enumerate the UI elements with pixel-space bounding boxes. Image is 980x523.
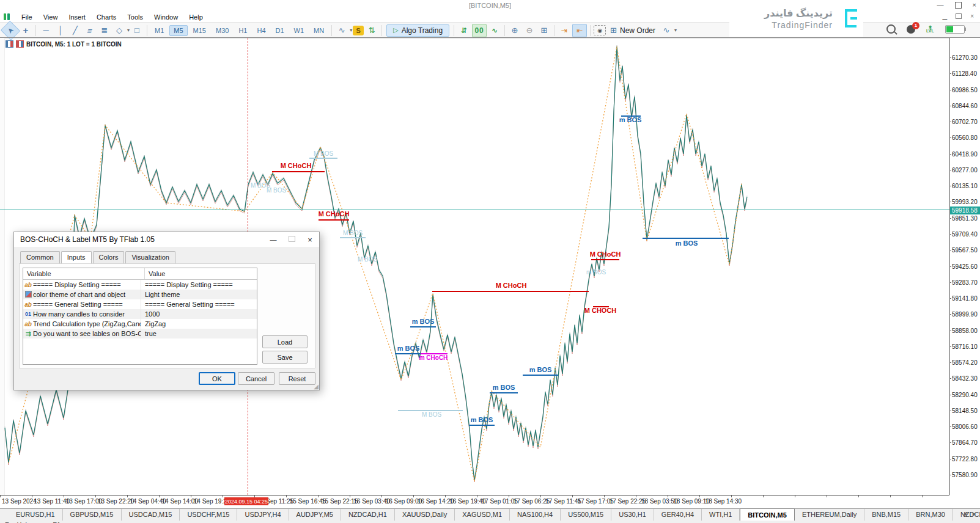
reset-button[interactable]: Reset (279, 372, 315, 385)
depth-arrows-icon[interactable]: ⇅ (365, 24, 378, 37)
chart-tab-eurusd-h1[interactable]: EURUSD,H1 (9, 509, 63, 521)
timeframe-w1[interactable]: W1 (290, 25, 309, 36)
shapes-icon[interactable]: ◇ (112, 24, 126, 37)
dialog-close-icon[interactable]: × (301, 235, 319, 244)
chart-tab-usdcad-m15[interactable]: USDCAD,M15 (122, 509, 180, 521)
line-chart-icon[interactable]: ∿ (488, 24, 501, 37)
dropdown-caret-icon[interactable]: ▾ (674, 27, 677, 33)
param-value[interactable]: Light theme (141, 291, 257, 298)
timeframe-h1[interactable]: H1 (234, 25, 251, 36)
chart-tab-us500-m15[interactable]: US500,M15 (561, 509, 611, 521)
wave-icon[interactable]: ∿ (660, 24, 673, 37)
screenshot-icon[interactable]: ◉ (594, 25, 606, 35)
chart-tab-audjpy-m5[interactable]: AUDJPY,M5 (289, 509, 341, 521)
param-value[interactable]: ===== Display Setting ===== (141, 281, 257, 288)
dropdown-caret-icon[interactable]: ▾ (350, 27, 352, 33)
dialog-maximize-icon[interactable] (282, 236, 301, 243)
chart-tab-us30-h1[interactable]: US30,H1 (611, 509, 654, 521)
timeframe-h4[interactable]: H4 (252, 25, 270, 36)
param-row[interactable]: abTrend Calculation type (ZigZag,Candle)… (23, 319, 257, 329)
timeframe-m5[interactable]: M5 (169, 25, 187, 36)
param-value[interactable]: ===== General Setting ===== (141, 301, 257, 308)
rectangle-icon[interactable]: □ (130, 24, 144, 37)
crosshair-icon[interactable]: + (19, 24, 32, 37)
chart-tab-bnb-m15[interactable]: BNB,M15 (864, 509, 908, 521)
zoom-out-icon[interactable]: ⊖ (523, 24, 536, 37)
tick-chart-icon[interactable]: ⇵ (457, 24, 471, 37)
mdi-minimize-icon[interactable]: ▁ (942, 13, 947, 20)
param-row[interactable]: ⇉Do you want to see lables on BOS-CHO...… (23, 329, 257, 338)
time-axis-label: 15 Sep 22:15 (322, 498, 358, 505)
price-axis[interactable]: 59918.58 61270.3061128.4060986.5060844.6… (949, 38, 980, 495)
chart-type-icon[interactable]: ∿ (335, 24, 348, 37)
timeframe-m15[interactable]: M15 (189, 25, 210, 36)
load-button[interactable]: Load (262, 335, 308, 348)
chart-tab-wti-h1[interactable]: WTI,H1 (702, 509, 740, 521)
timeframe-mn[interactable]: MN (309, 25, 328, 36)
new-order-button[interactable]: ⊞New Order (606, 24, 659, 36)
param-value[interactable]: ZigZag (141, 320, 257, 327)
tile-windows-icon[interactable]: ⊞ (537, 24, 551, 37)
menu-insert[interactable]: Insert (63, 12, 91, 22)
restore-icon[interactable] (955, 2, 962, 9)
shift-end-icon[interactable]: ⇥ (558, 24, 571, 37)
dialog-tab-colors[interactable]: Colors (93, 251, 125, 264)
menu-help[interactable]: Help (183, 12, 208, 22)
chart-tab-usdjpy-h4[interactable]: USDJPY,H4 (237, 509, 289, 521)
chart-tab-nzdcad-h1[interactable]: NZDCAD,H1 (341, 509, 395, 521)
dialog-tab-common[interactable]: Common (20, 251, 60, 264)
dropdown-caret-icon[interactable]: ▾ (127, 27, 130, 33)
dialog-tab-inputs[interactable]: Inputs (61, 251, 92, 264)
cancel-button[interactable]: Cancel (238, 372, 274, 385)
equidistant-channel-icon[interactable]: ≡ (81, 24, 98, 37)
chart-tab-usdchf-m15[interactable]: USDCHF,M15 (180, 509, 237, 521)
dialog-tab-visualization[interactable]: Visualization (125, 251, 175, 264)
time-axis[interactable]: 2024.09.15 04:25 13 Sep 202413 Sep 11:40… (0, 495, 949, 509)
menu-tools[interactable]: Tools (122, 12, 149, 22)
param-row[interactable]: 01How many candles to consider1000 (23, 309, 257, 319)
lvl-icon[interactable]: ↟LVL (926, 26, 934, 32)
save-button[interactable]: Save (262, 351, 308, 364)
menu-window[interactable]: Window (149, 12, 183, 22)
param-row[interactable]: ab===== Display Setting ========== Displ… (23, 280, 257, 290)
timeframe-d1[interactable]: D1 (271, 25, 289, 36)
param-value[interactable]: 1000 (141, 310, 257, 318)
timeframe-m30[interactable]: M30 (212, 25, 233, 36)
menu-charts[interactable]: Charts (91, 12, 122, 22)
timeframe-m1[interactable]: M1 (150, 25, 168, 36)
chart-tab-ger40-h4[interactable]: GER40,H4 (654, 509, 702, 521)
menu-file[interactable]: File (16, 12, 38, 22)
close-icon[interactable]: × (973, 1, 976, 9)
chart-shift-icon[interactable]: ⇤ (572, 24, 587, 37)
chart-tab-gbpusd-m15[interactable]: GBPUSD,M15 (63, 509, 122, 521)
chart-tab-brn-m30[interactable]: BRN,M30 (908, 509, 953, 521)
ok-button[interactable]: OK (199, 372, 235, 385)
symbol-s-icon[interactable]: S (353, 26, 364, 35)
chart-tab-xagusd-m1[interactable]: XAGUSD,M1 (455, 509, 510, 521)
trendline-icon[interactable]: ╱ (68, 24, 82, 37)
notifications-icon[interactable]: 1 (907, 25, 915, 34)
vertical-line-icon[interactable]: │ (54, 24, 67, 37)
horizontal-line-icon[interactable]: ─ (39, 24, 53, 37)
search-icon[interactable] (886, 24, 896, 34)
minimize-icon[interactable]: — (937, 1, 944, 9)
chart-tab-xauusd-daily[interactable]: XAUUSD,Daily (395, 509, 455, 521)
algo-trading-button[interactable]: ▷Algo Trading (386, 24, 449, 37)
chart-tab-bitcoin-m5[interactable]: BITCOIN,M5 (740, 508, 795, 521)
candle-chart-icon[interactable]: 00 (472, 24, 487, 37)
param-row[interactable]: color theme of chart and objectLight the… (23, 290, 257, 299)
dialog-resize-grip[interactable]: ◢ (314, 383, 319, 390)
dialog-minimize-icon[interactable]: — (264, 236, 282, 243)
mdi-close-icon[interactable]: × (970, 13, 974, 20)
zoom-in-icon[interactable]: ⊕ (508, 24, 521, 37)
tabs-scroll-left-icon[interactable]: ◄ (962, 511, 969, 517)
fibonacci-icon[interactable]: ≣ (98, 24, 111, 37)
dialog-titlebar[interactable]: BOS-CHoCH & Label MT5 By TFlab 1.05 — × (14, 232, 319, 247)
chart-tab-ethereum-daily[interactable]: ETHEREUM,Daily (795, 509, 864, 521)
tabs-scroll-right-icon[interactable]: ► (971, 511, 978, 517)
chart-tab-nas100-h4[interactable]: NAS100,H4 (510, 509, 561, 521)
menu-view[interactable]: View (38, 12, 64, 22)
param-value[interactable]: true (141, 330, 257, 337)
mdi-restore-icon[interactable] (956, 13, 962, 19)
param-row[interactable]: ab===== General Setting ========== Gener… (23, 299, 257, 309)
